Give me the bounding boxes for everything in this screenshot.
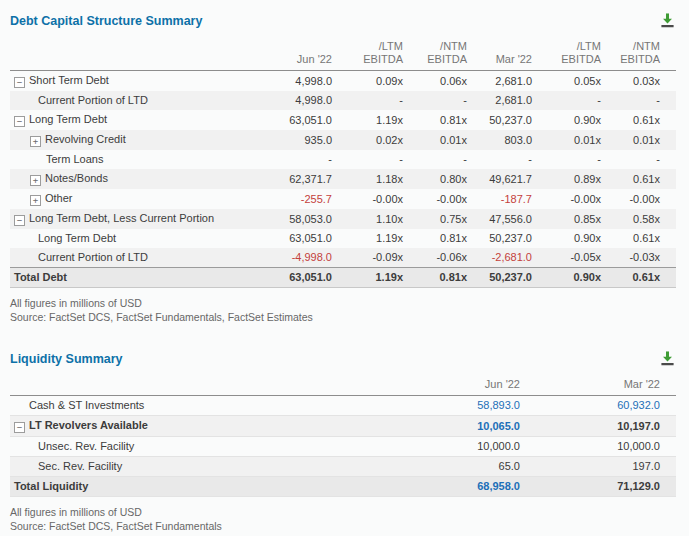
row-label-cell: Cash & ST Investments xyxy=(10,396,324,416)
value-cell: 0.81x xyxy=(407,268,471,288)
row-label: Current Portion of LTD xyxy=(38,251,148,263)
column-header-line2: Jun '22 xyxy=(266,53,332,66)
row-label: Revolving Credit xyxy=(45,133,126,145)
value-cell: 0.61x xyxy=(605,268,676,288)
row-label: Cash & ST Investments xyxy=(29,399,144,411)
table-row: −Long Term Debt, Less Current Portion58,… xyxy=(10,209,676,229)
value-cell: 0.80x xyxy=(407,169,471,189)
row-label: Long Term Debt xyxy=(38,232,116,244)
table-row: Term Loans------ xyxy=(10,150,676,169)
value-cell: -0.00x xyxy=(536,189,605,209)
row-label-cell: Unsec. Rev. Facility xyxy=(10,437,324,457)
value-cell: 0.01x xyxy=(605,130,676,150)
value-cell: 10,000.0 xyxy=(324,437,524,457)
value-cell: - xyxy=(407,91,471,110)
table-row: Current Portion of LTD4,998.0--2,681.0-- xyxy=(10,91,676,110)
table-row: −Long Term Debt63,051.01.19x0.81x50,237.… xyxy=(10,110,676,130)
value-cell: 803.0 xyxy=(471,130,536,150)
row-label: Total Liquidity xyxy=(14,480,88,492)
value-cell[interactable]: 10,065.0 xyxy=(324,416,524,437)
value-cell: 0.05x xyxy=(536,71,605,92)
value-cell: -0.00x xyxy=(605,189,676,209)
table-row: +Revolving Credit935.00.02x0.01x803.00.0… xyxy=(10,130,676,150)
column-header: /NTMEBITDA xyxy=(407,38,471,71)
value-cell: -0.03x xyxy=(605,248,676,268)
row-label-cell: −Long Term Debt, Less Current Portion xyxy=(10,209,262,229)
value-cell[interactable]: 58,893.0 xyxy=(324,396,524,416)
row-label-cell: Sec. Rev. Facility xyxy=(10,457,324,477)
row-label: Unsec. Rev. Facility xyxy=(38,440,134,452)
value-cell: -187.7 xyxy=(471,189,536,209)
section-header: Liquidity Summary xyxy=(10,338,676,376)
row-label: Long Term Debt xyxy=(29,113,107,125)
collapse-icon[interactable]: − xyxy=(14,422,25,433)
row-label-cell: Total Debt xyxy=(10,268,262,288)
value-cell: 58,053.0 xyxy=(262,209,336,229)
column-header: Jun '22 xyxy=(324,376,524,396)
row-label-cell: +Notes/Bonds xyxy=(10,169,262,189)
column-header xyxy=(10,38,262,71)
column-header-line2: EBITDA xyxy=(340,53,403,66)
value-cell: 50,237.0 xyxy=(471,110,536,130)
expand-icon[interactable]: + xyxy=(30,195,41,206)
column-header: /NTMEBITDA xyxy=(605,38,676,71)
expand-icon[interactable]: + xyxy=(30,136,41,147)
value-cell: 0.06x xyxy=(407,71,471,92)
column-header: /LTMEBITDA xyxy=(336,38,407,71)
expand-icon[interactable]: + xyxy=(30,175,41,186)
section-header: Debt Capital Structure Summary xyxy=(10,0,676,38)
collapse-icon[interactable]: − xyxy=(14,116,25,127)
value-cell: -255.7 xyxy=(262,189,336,209)
collapse-icon[interactable]: − xyxy=(14,215,25,226)
column-header-line2: EBITDA xyxy=(609,53,660,66)
table-row: −LT Revolvers Available10,065.010,197.0 xyxy=(10,416,676,437)
row-label-cell: +Revolving Credit xyxy=(10,130,262,150)
debt-footnotes: All figures in millions of USD Source: F… xyxy=(10,296,676,324)
value-cell: - xyxy=(407,150,471,169)
value-cell: 1.19x xyxy=(336,229,407,248)
table-row: Total Debt63,051.01.19x0.81x50,237.00.90… xyxy=(10,268,676,288)
value-cell: 63,051.0 xyxy=(262,229,336,248)
value-cell[interactable]: 68,958.0 xyxy=(324,477,524,497)
value-cell: 71,129.0 xyxy=(524,477,676,497)
column-header-line1: /NTM xyxy=(411,40,467,53)
value-cell: -0.05x xyxy=(536,248,605,268)
table-row: Long Term Debt63,051.01.19x0.81x50,237.0… xyxy=(10,229,676,248)
value-cell[interactable]: 60,932.0 xyxy=(524,396,676,416)
value-cell: 63,051.0 xyxy=(262,268,336,288)
row-label-cell: Current Portion of LTD xyxy=(10,248,262,268)
value-cell: -2,681.0 xyxy=(471,248,536,268)
value-cell: 0.58x xyxy=(605,209,676,229)
value-cell: 4,998.0 xyxy=(262,91,336,110)
value-cell: 4,998.0 xyxy=(262,71,336,92)
value-cell: 1.19x xyxy=(336,110,407,130)
column-header: Mar '22 xyxy=(524,376,676,396)
value-cell: - xyxy=(336,150,407,169)
liquidity-table-header: Jun '22Mar '22 xyxy=(10,376,676,396)
value-cell: -0.00x xyxy=(336,189,407,209)
collapse-icon[interactable]: − xyxy=(14,77,25,88)
download-button[interactable] xyxy=(659,12,676,29)
footnote-units: All figures in millions of USD xyxy=(10,505,676,519)
value-cell: - xyxy=(605,150,676,169)
value-cell: 0.01x xyxy=(407,130,471,150)
value-cell: - xyxy=(536,91,605,110)
value-cell: 47,556.0 xyxy=(471,209,536,229)
liquidity-footnotes: All figures in millions of USD Source: F… xyxy=(10,505,676,533)
column-header-line2: EBITDA xyxy=(540,53,601,66)
value-cell: -4,998.0 xyxy=(262,248,336,268)
table-row: −Short Term Debt4,998.00.09x0.06x2,681.0… xyxy=(10,71,676,92)
value-cell: 10,197.0 xyxy=(524,416,676,437)
row-label: Short Term Debt xyxy=(29,74,109,86)
column-header: Mar '22 xyxy=(471,38,536,71)
column-header: Jun '22 xyxy=(262,38,336,71)
value-cell: 65.0 xyxy=(324,457,524,477)
download-button[interactable] xyxy=(659,350,676,367)
footnote-units: All figures in millions of USD xyxy=(10,296,676,310)
value-cell: 2,681.0 xyxy=(471,71,536,92)
value-cell: -0.09x xyxy=(336,248,407,268)
row-label-cell: Current Portion of LTD xyxy=(10,91,262,110)
value-cell: 1.18x xyxy=(336,169,407,189)
value-cell: - xyxy=(471,150,536,169)
row-label: Total Debt xyxy=(14,271,67,283)
